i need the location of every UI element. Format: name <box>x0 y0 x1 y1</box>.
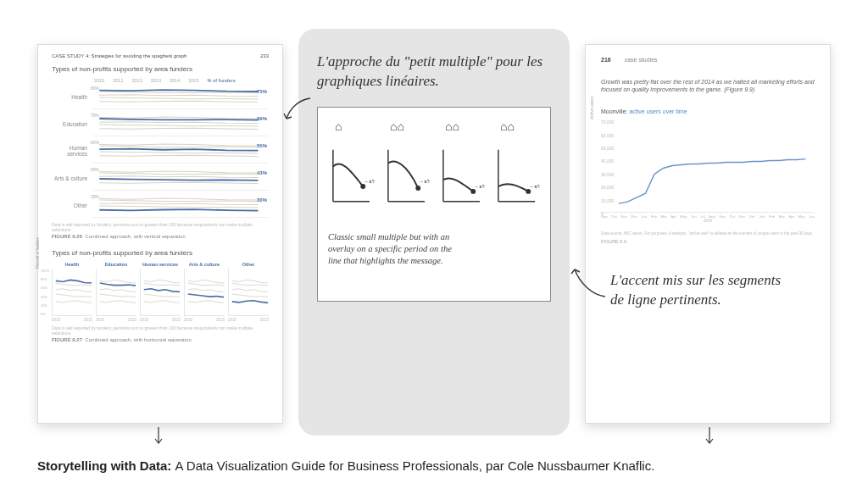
sketch-caption: Classic small multiple but with an overl… <box>328 231 455 268</box>
facet-label: Education <box>52 121 92 127</box>
small-multiple-panel: Other 20102015 <box>228 262 269 322</box>
figure-label-927: FIGURE 9.27 Combined approach, with hori… <box>52 337 269 342</box>
book-page-right: 216 case studies Growth was pretty flat … <box>585 44 831 424</box>
svg-text:– x%: – x% <box>364 178 375 184</box>
book-page-left: CASE STUDY 4: Strategies for avoiding th… <box>37 44 283 424</box>
facet-sparkline: 60% 55% <box>92 138 269 164</box>
annotation-right-text: L'accent mis sur les segments de ligne p… <box>610 271 788 310</box>
facet-label: Arts & culture <box>52 175 92 181</box>
yaxis-label: Active users <box>589 97 594 119</box>
sketch-small-multiple: ⌂⌂ – x% <box>383 119 430 221</box>
annotation-card: L'approche du "petit multiple" pour les … <box>298 29 570 436</box>
house-icon: ⌂⌂ <box>493 119 540 142</box>
panel-chart: 100%80%60%40%20%0%Percent of funders <box>52 269 92 316</box>
facet-label: Other <box>52 203 92 208</box>
arrow-down-left-icon <box>153 427 164 446</box>
panel-chart <box>184 269 225 316</box>
small-multiple-panel: Education 20102015 <box>96 262 136 322</box>
svg-point-6 <box>415 186 420 191</box>
arrow-right-icon <box>566 263 609 305</box>
arrow-down-right-icon <box>704 427 715 446</box>
panel-chart <box>96 269 136 316</box>
moonville-chart-title: Moonville: active users over time <box>601 108 815 114</box>
figure-footnote-2: Data is self-reported by funders; percen… <box>52 325 269 336</box>
svg-point-14 <box>526 189 531 194</box>
ytick: 30,000 <box>601 172 614 177</box>
ytick: 60,000 <box>601 133 614 138</box>
facet-row: Education 75% 69% <box>52 110 269 137</box>
facet-sparkline: 50% 43% <box>92 165 269 191</box>
house-icon: ⌂⌂ <box>383 119 430 142</box>
chart-title-horizontal: Types of non-profits supported by area f… <box>52 249 269 257</box>
page-number: 233 <box>260 53 269 58</box>
svg-text:– x%: – x% <box>474 183 485 189</box>
facet-label: Human services <box>52 145 92 157</box>
sketch-small-multiple: ⌂⌂ – x% <box>493 119 540 221</box>
facet-sparkline: 33% 30% <box>92 192 269 218</box>
ytick: 0 <box>601 211 604 216</box>
facet-sparkline: 75% 69% <box>92 111 269 136</box>
case-study-kicker: CASE STUDY 4: Strategies for avoiding th… <box>52 53 186 58</box>
figure-label-926: FIGURE 9.26 Combined approach, with vert… <box>52 234 269 239</box>
ytick: 20,000 <box>601 185 614 190</box>
facet-row: Other 33% 30% <box>52 192 269 219</box>
panel-chart <box>228 269 269 316</box>
svg-text:– x%: – x% <box>529 183 540 189</box>
ytick: 10,000 <box>601 198 614 203</box>
facet-row: Human services 60% 55% <box>52 137 269 164</box>
small-multiple-panel: Human services 20102015 <box>140 262 181 322</box>
page-number-right: 216 <box>601 57 611 63</box>
svg-point-2 <box>360 184 365 189</box>
facet-label: Health <box>52 94 92 100</box>
ytick: 40,000 <box>601 158 614 164</box>
xaxis-year: 2014 <box>601 219 815 223</box>
horizontal-small-multiples: Health 100%80%60%40%20%0%Percent of fund… <box>52 262 269 322</box>
section-kicker: case studies <box>625 57 658 63</box>
moonville-chart: Active users 70,00060,00050,00040,00030,… <box>601 119 815 213</box>
small-multiple-panel: Arts & culture 20102015 <box>184 262 225 322</box>
panel-label: Human services <box>140 262 181 267</box>
panel-chart <box>140 269 181 316</box>
sketch-box: ⌂ – x% ⌂⌂ – x% ⌂⌂ <box>317 107 551 302</box>
data-source-note: Data source: ABC report. For purposes of… <box>601 231 815 236</box>
sketch-small-multiple: ⌂⌂ – x% <box>438 119 485 221</box>
sketch-small-multiple: ⌂ – x% <box>328 119 375 221</box>
facet-row: Arts & culture 50% 43% <box>52 164 269 192</box>
svg-text:– x%: – x% <box>419 178 430 184</box>
ytick: 70,000 <box>601 119 614 125</box>
panel-label: Education <box>96 262 136 267</box>
svg-point-10 <box>470 189 476 194</box>
facet-sparkline: 80% 75% <box>92 84 269 109</box>
annotation-top-text: L'approche du "petit multiple" pour les … <box>298 29 570 102</box>
small-multiple-panel: Health 100%80%60%40%20%0%Percent of fund… <box>52 262 92 322</box>
source-caption: Storytelling with Data: A Data Visualiza… <box>37 458 654 473</box>
house-icon: ⌂ <box>328 119 375 142</box>
panel-label: Other <box>228 262 269 267</box>
facet-row: Health 80% 75% <box>52 83 269 110</box>
house-icon: ⌂⌂ <box>438 119 485 142</box>
chart-title-vertical: Types of non-profits supported by area f… <box>52 65 269 73</box>
panel-label: Health <box>52 262 92 267</box>
figure-label-99: FIGURE 9.9 <box>601 239 815 244</box>
figure-footnote: Data is self-reported by funders; percen… <box>52 222 269 232</box>
arrow-left-icon <box>280 93 314 127</box>
ytick: 50,000 <box>601 146 614 151</box>
page-body-text: Growth was pretty flat over the rest of … <box>601 78 815 93</box>
panel-label: Arts & culture <box>184 262 225 267</box>
